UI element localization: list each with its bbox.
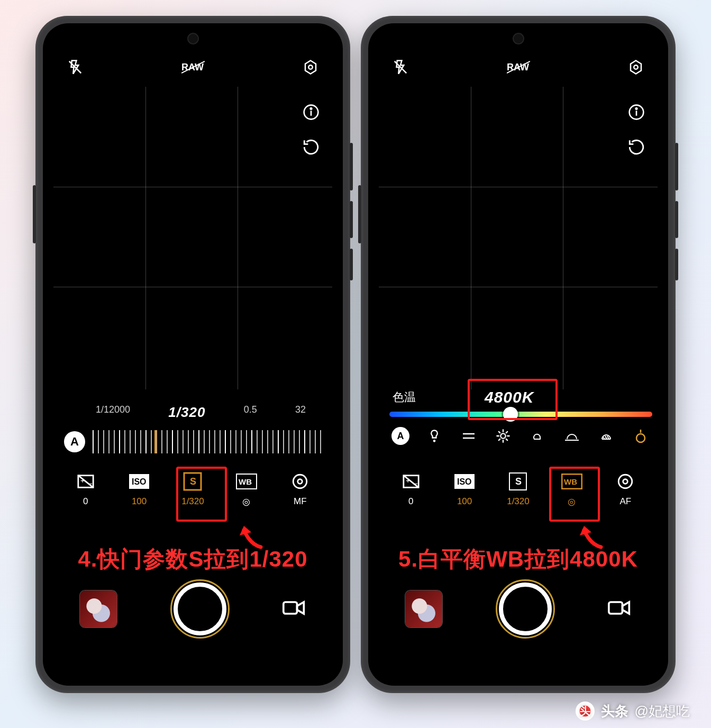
shutter-ruler[interactable]: A (64, 426, 322, 458)
phone-mock-left: RAW 1/12000 1/320 0.5 32 A (35, 16, 350, 693)
settings-icon[interactable] (628, 59, 644, 75)
focus-icon (615, 472, 636, 491)
raw-icon[interactable]: RAW (507, 60, 530, 74)
screen: RAW 色温 4800K A (368, 23, 668, 686)
svg-text:+: + (406, 476, 410, 485)
wb-sunset-icon[interactable] (562, 426, 581, 445)
annotation-text: 4.快门参数S拉到1/320 (43, 544, 343, 574)
highlight-box (176, 467, 227, 522)
highlight-box (549, 467, 600, 522)
phone-mock-right: RAW 色温 4800K A (361, 16, 676, 693)
svg-point-41 (636, 434, 645, 442)
screen: RAW 1/12000 1/320 0.5 32 A (43, 23, 343, 686)
svg-point-24 (634, 65, 638, 69)
svg-line-37 (506, 439, 507, 440)
toutiao-logo-icon: 头 (576, 702, 595, 721)
camera-notch (513, 33, 524, 44)
param-focus[interactable]: AF (601, 472, 649, 507)
svg-line-39 (506, 432, 507, 433)
shutter-slider-zone: 1/12000 1/320 0.5 32 A (64, 404, 322, 458)
svg-point-31 (500, 433, 505, 438)
wb-custom-icon[interactable] (631, 426, 650, 445)
svg-rect-19 (284, 602, 297, 614)
param-ev-value: 0 (83, 496, 88, 507)
annotation-text: 5.白平衡WB拉到4800K (368, 544, 668, 574)
flash-off-icon[interactable] (67, 59, 83, 75)
svg-text:ISO: ISO (132, 477, 147, 486)
gallery-thumb[interactable] (80, 590, 117, 627)
wb-fluorescent-icon[interactable] (459, 426, 478, 445)
shutter-min: 1/12000 (96, 404, 130, 421)
svg-point-28 (434, 440, 435, 441)
wb-title: 色温 (393, 389, 416, 405)
param-ev[interactable]: +− 0 (387, 472, 435, 507)
iso-icon: ISO (454, 472, 475, 491)
svg-rect-54 (609, 602, 623, 614)
param-iso-value: 100 (132, 496, 147, 507)
composition-grid (379, 87, 658, 389)
param-ev[interactable]: +− 0 (62, 472, 110, 507)
svg-text:WB: WB (239, 477, 252, 486)
video-mode-icon[interactable] (282, 598, 306, 620)
raw-icon[interactable]: RAW (181, 60, 205, 74)
focus-icon (289, 472, 311, 491)
shutter-value: 1/320 (168, 404, 205, 421)
svg-text:−: − (413, 479, 417, 488)
svg-point-53 (623, 479, 628, 484)
bottom-bar (43, 580, 343, 638)
svg-line-36 (499, 432, 500, 433)
video-mode-icon[interactable] (608, 598, 631, 620)
svg-text:−: − (88, 479, 92, 488)
camera-top-bar: RAW (43, 54, 343, 80)
shutter-max: 32 (295, 404, 306, 421)
param-shutter[interactable]: S 1/320 (494, 472, 542, 507)
wb-cloudy-icon[interactable] (528, 426, 547, 445)
svg-point-17 (294, 475, 307, 488)
watermark-handle: @妃想吃 (635, 702, 690, 721)
svg-marker-3 (305, 61, 316, 74)
flash-off-icon[interactable] (393, 59, 408, 75)
svg-text:S: S (515, 476, 522, 487)
param-ev-value: 0 (408, 496, 413, 507)
param-iso[interactable]: ISO 100 (115, 472, 163, 507)
iso-icon: ISO (129, 472, 150, 491)
shutter-button[interactable] (499, 583, 552, 635)
param-wb-value: ◎ (242, 496, 250, 507)
svg-point-4 (308, 65, 313, 69)
wb-auto-button[interactable]: A (391, 427, 409, 445)
wb-preset-row: A (389, 426, 652, 445)
wb-shade-icon[interactable] (597, 426, 616, 445)
param-focus[interactable]: MF (276, 472, 324, 507)
svg-line-38 (499, 439, 500, 440)
ev-icon: +− (400, 472, 422, 491)
svg-point-18 (298, 479, 303, 484)
watermark: 头 头条 @妃想吃 (576, 702, 690, 721)
svg-marker-23 (631, 61, 641, 74)
shutter-cursor[interactable] (154, 428, 157, 456)
param-iso[interactable]: ISO 100 (441, 472, 488, 507)
wb-icon: WB (236, 472, 257, 491)
param-iso-value: 100 (457, 496, 472, 507)
wb-incandescent-icon[interactable] (425, 426, 444, 445)
param-focus-value: AF (619, 496, 631, 507)
wb-daylight-icon[interactable] (494, 426, 513, 445)
param-focus-value: MF (294, 496, 307, 507)
param-row: +− 0 ISO 100 S 1/320 WB ◎ AF (368, 472, 668, 530)
settings-icon[interactable] (303, 59, 318, 75)
param-wb[interactable]: WB ◎ (223, 472, 270, 507)
param-shutter-value: 1/320 (507, 496, 530, 507)
shutter-button[interactable] (174, 583, 226, 635)
shutter-s-icon: S (507, 472, 528, 491)
camera-top-bar: RAW (368, 54, 668, 80)
camera-notch (187, 33, 199, 44)
svg-text:ISO: ISO (457, 477, 472, 486)
bottom-bar (368, 580, 668, 638)
highlight-box-value (468, 379, 558, 420)
gallery-thumb[interactable] (405, 590, 442, 627)
watermark-brand: 头条 (601, 702, 628, 721)
svg-text:+: + (80, 476, 85, 485)
shutter-mid: 0.5 (244, 404, 257, 421)
auto-button[interactable]: A (64, 431, 85, 452)
composition-grid (53, 87, 332, 389)
ev-icon: +− (75, 472, 96, 491)
